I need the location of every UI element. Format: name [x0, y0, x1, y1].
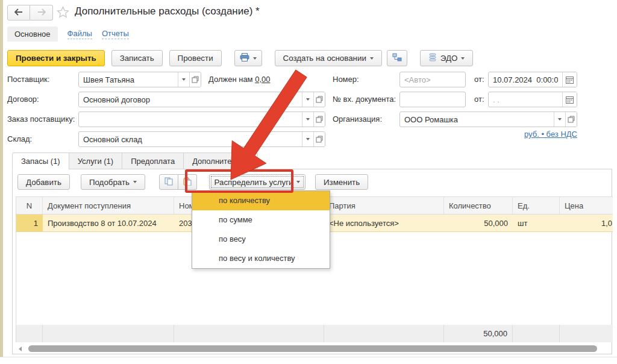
supplier-label: Поставщик: [7, 72, 49, 87]
edo-button[interactable]: ЭДО [420, 50, 474, 66]
create-based-on-label: Создать на основании [283, 54, 366, 63]
scroll-left-icon[interactable] [16, 346, 23, 352]
incoming-doc-field [399, 92, 466, 107]
date-label: от: [474, 72, 484, 87]
history-nav [7, 5, 53, 20]
col-header-price[interactable]: Цена [560, 197, 613, 214]
organization-dropdown-button[interactable] [554, 112, 565, 127]
post-button[interactable]: Провести [169, 50, 222, 66]
print-button[interactable] [234, 50, 262, 66]
nav-tab-reports[interactable]: Отчеты [102, 29, 129, 39]
col-header-quantity[interactable]: Количество [444, 197, 513, 214]
organization-input[interactable] [400, 112, 554, 127]
incoming-date-input[interactable] [489, 92, 562, 107]
nav-tab-main[interactable]: Основное [7, 27, 58, 42]
row-price-cell: 1,0 [560, 215, 613, 231]
row-quantity-cell: 50,000 [444, 215, 513, 231]
menu-item-by-weight[interactable]: по весу [192, 230, 330, 249]
related-documents-button[interactable] [387, 50, 407, 66]
edo-label: ЭДО [440, 54, 458, 63]
distribute-services-menu: по количеству по сумме по весу по весу и… [192, 190, 330, 269]
contract-dropdown-button[interactable] [302, 92, 313, 107]
table-toolbar: Добавить Подобрать Распределить услуги И… [17, 174, 368, 190]
contract-input[interactable] [79, 92, 302, 107]
post-and-close-button[interactable]: Провести и закрыть [7, 50, 105, 66]
contract-open-icon[interactable] [313, 92, 325, 107]
window-left-edge [0, 0, 3, 357]
supplier-order-label: Заказ поставщику: [7, 111, 75, 127]
currency-vat-link[interactable]: руб. • без НДС [488, 130, 577, 139]
tab-services[interactable]: Услуги (1) [69, 152, 122, 169]
col-header-batch[interactable]: Партия [324, 197, 444, 214]
forward-button[interactable] [30, 5, 53, 20]
calendar-icon[interactable] [562, 72, 577, 87]
warehouse-open-icon[interactable] [313, 132, 325, 146]
favorite-star-icon[interactable] [57, 6, 69, 20]
incoming-doc-input[interactable] [400, 92, 465, 107]
back-arrow-icon [14, 8, 23, 17]
table-footer-row: 50,000 [16, 325, 613, 342]
supplier-order-input[interactable] [79, 112, 302, 127]
number-label: Номер: [333, 72, 359, 87]
chevron-down-icon [253, 57, 257, 60]
menu-item-by-quantity[interactable]: по количеству [192, 191, 330, 210]
organization-open-icon[interactable] [565, 112, 577, 127]
distribute-services-label: Распределить услуги [215, 178, 293, 187]
chevron-down-icon [461, 57, 465, 60]
contract-label: Договор: [7, 92, 39, 107]
command-bar: Провести и закрыть Записать Провести Соз… [7, 50, 473, 66]
warehouse-field [78, 131, 325, 147]
col-header-n[interactable]: N [16, 197, 43, 214]
row-unit-cell: шт [513, 215, 560, 231]
owes-us-text: Должен нам 0,00 [208, 72, 270, 87]
warehouse-dropdown-button[interactable] [302, 132, 313, 146]
nav-tab-files[interactable]: Файлы [67, 29, 92, 39]
create-based-on-button[interactable]: Создать на основании [275, 50, 382, 66]
save-button[interactable]: Записать [111, 50, 163, 66]
owes-us-amount-link[interactable]: 0,00 [255, 75, 270, 84]
tab-additional[interactable]: Дополнительно [184, 152, 258, 169]
warehouse-input[interactable] [79, 132, 302, 146]
calendar-icon[interactable] [562, 92, 577, 107]
col-header-receipt-doc[interactable]: Документ поступления [43, 197, 174, 214]
organization-field [399, 111, 577, 127]
copy-icon [164, 177, 173, 187]
organization-label: Организация: [333, 111, 382, 127]
supplier-input[interactable] [79, 72, 178, 87]
tab-stocks[interactable]: Запасы (1) [12, 152, 69, 170]
window-bottom-edge [0, 357, 617, 357]
page-title: Дополнительные расходы (создание) * [75, 5, 260, 17]
menu-item-by-weight-and-quantity[interactable]: по весу и количеству [192, 249, 330, 268]
number-input[interactable] [400, 72, 465, 87]
forward-arrow-icon [37, 8, 46, 17]
pick-label: Подобрать [89, 178, 130, 187]
owes-us-label: Должен нам [208, 75, 253, 84]
chevron-down-icon [133, 181, 137, 183]
edit-button[interactable]: Изменить [315, 174, 368, 190]
contract-field [78, 92, 325, 107]
number-field [399, 72, 466, 87]
tab-prepayment[interactable]: Предоплата [122, 152, 184, 169]
supplier-order-open-icon[interactable] [313, 112, 325, 127]
document-window: Дополнительные расходы (создание) * Осно… [0, 0, 617, 364]
pick-button[interactable]: Подобрать [81, 174, 145, 190]
chevron-down-icon [296, 181, 300, 183]
add-button[interactable]: Добавить [17, 174, 70, 190]
incoming-doc-label: № вх. документа: [333, 92, 396, 107]
supplier-dropdown-button[interactable] [178, 72, 189, 87]
distribute-services-button[interactable]: Распределить услуги [209, 174, 305, 190]
menu-item-by-sum[interactable]: по сумме [192, 210, 330, 230]
back-button[interactable] [7, 5, 30, 20]
incoming-date-label: от: [474, 92, 484, 107]
date-input[interactable] [489, 72, 562, 87]
copy-button[interactable] [159, 174, 178, 190]
footer-quantity-total: 50,000 [444, 325, 513, 342]
date-field [488, 72, 577, 87]
supplier-open-icon[interactable] [189, 72, 201, 87]
supplier-order-dropdown-button[interactable] [302, 112, 313, 127]
paste-button[interactable] [178, 174, 197, 190]
horizontal-scrollbar-thumb[interactable] [28, 345, 597, 352]
col-header-unit[interactable]: Ед. [513, 197, 560, 214]
printer-icon [240, 53, 249, 63]
incoming-date-field [488, 92, 577, 107]
